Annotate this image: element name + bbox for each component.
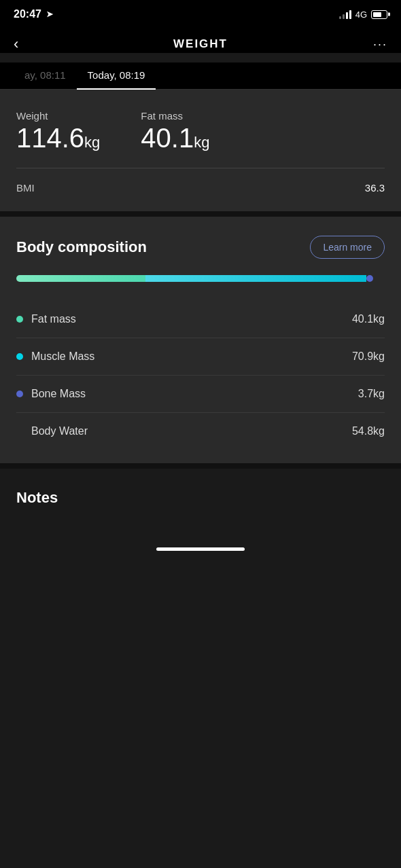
- comp-item-left: Fat mass: [16, 313, 76, 325]
- bone-mass-label: Bone Mass: [31, 388, 86, 400]
- comp-item-left: Bone Mass: [16, 388, 86, 400]
- data-card: Weight 114.6kg Fat mass 40.1kg BMI 36.3: [0, 90, 401, 211]
- page-title: WEIGHT: [173, 37, 228, 51]
- section-separator-2: [0, 463, 401, 469]
- fat-mass-value: 40.1kg: [352, 313, 385, 325]
- menu-button[interactable]: ···: [358, 37, 387, 52]
- location-icon: ➤: [46, 10, 53, 19]
- weight-metric: Weight 114.6kg: [16, 110, 100, 151]
- comp-item-left: Muscle Mass: [16, 350, 94, 363]
- tab-bar: ay, 08:11 Today, 08:19: [0, 62, 401, 90]
- list-item: Fat mass 40.1kg: [16, 301, 385, 338]
- body-water-label: Body Water: [31, 425, 88, 437]
- fat-metric: Fat mass 40.1kg: [141, 110, 209, 151]
- fat-mass-label: Fat mass: [31, 313, 76, 325]
- metrics-row: Weight 114.6kg Fat mass 40.1kg: [16, 110, 385, 151]
- section-separator: [0, 211, 401, 217]
- status-icons: 4G: [339, 10, 387, 20]
- network-label: 4G: [355, 10, 367, 20]
- body-composition-section: Body composition Learn more Fat mass 40.…: [0, 217, 401, 463]
- weight-value: 114.6kg: [16, 124, 100, 151]
- battery-icon: [371, 10, 387, 19]
- back-button[interactable]: ‹: [14, 35, 43, 53]
- list-item: Body Water 54.8kg: [16, 413, 385, 450]
- status-time: 20:47 ➤: [14, 8, 53, 20]
- body-comp-header: Body composition Learn more: [16, 236, 385, 259]
- body-comp-title: Body composition: [16, 238, 147, 256]
- muscle-mass-label: Muscle Mass: [31, 350, 94, 363]
- status-bar: 20:47 ➤ 4G: [0, 0, 401, 26]
- bmi-value: 36.3: [365, 182, 385, 194]
- learn-more-button[interactable]: Learn more: [310, 236, 385, 259]
- comp-item-left: Body Water: [16, 425, 88, 437]
- muscle-mass-value: 70.9kg: [352, 350, 385, 363]
- bmi-row: BMI 36.3: [16, 179, 385, 198]
- muscle-dot: [16, 353, 23, 360]
- tab-today[interactable]: Today, 08:19: [77, 62, 156, 89]
- body-water-value: 54.8kg: [352, 425, 385, 437]
- list-item: Bone Mass 3.7kg: [16, 376, 385, 413]
- composition-progress-bar: [16, 275, 385, 282]
- home-indicator: [0, 537, 401, 558]
- header: ‹ WEIGHT ···: [0, 26, 401, 53]
- list-item: Muscle Mass 70.9kg: [16, 338, 385, 376]
- notes-section: Notes: [0, 469, 401, 537]
- progress-dot-bone: [366, 275, 373, 282]
- progress-segment-muscle: [145, 275, 366, 282]
- weight-label: Weight: [16, 110, 100, 122]
- fat-dot: [16, 316, 23, 323]
- tab-previous[interactable]: ay, 08:11: [14, 62, 77, 89]
- home-indicator-bar: [156, 547, 245, 551]
- fat-value: 40.1kg: [141, 124, 209, 151]
- bone-dot: [16, 391, 23, 397]
- bone-mass-value: 3.7kg: [358, 388, 385, 400]
- progress-segment-fat: [16, 275, 145, 282]
- fat-label: Fat mass: [141, 110, 209, 122]
- notes-title: Notes: [16, 489, 58, 506]
- bmi-label: BMI: [16, 182, 35, 194]
- signal-icon: [339, 10, 351, 19]
- divider: [16, 168, 385, 168]
